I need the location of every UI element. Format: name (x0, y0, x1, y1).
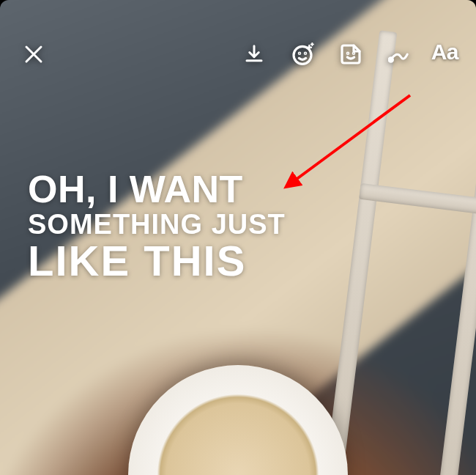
svg-point-5 (389, 58, 393, 62)
close-icon[interactable] (16, 37, 51, 72)
face-effects-icon[interactable] (285, 37, 320, 72)
lyrics-line-3: LIKE THIS (28, 239, 286, 282)
stickers-icon[interactable] (333, 37, 368, 72)
download-icon[interactable] (237, 37, 272, 72)
svg-point-4 (353, 53, 354, 54)
svg-point-1 (299, 53, 300, 54)
draw-icon[interactable] (382, 37, 417, 72)
svg-point-3 (347, 53, 348, 54)
story-editor-canvas[interactable]: Aa OH, I WANT SOMETHING JUST LIKE THIS (0, 0, 476, 475)
editor-toolbar: Aa (0, 0, 476, 79)
text-tool-button[interactable]: Aa (430, 37, 460, 67)
lyrics-line-1: OH, I WANT (28, 170, 286, 209)
lyrics-line-2: SOMETHING JUST (28, 210, 286, 239)
svg-point-2 (305, 53, 305, 54)
music-lyrics-sticker[interactable]: OH, I WANT SOMETHING JUST LIKE THIS (28, 170, 286, 282)
